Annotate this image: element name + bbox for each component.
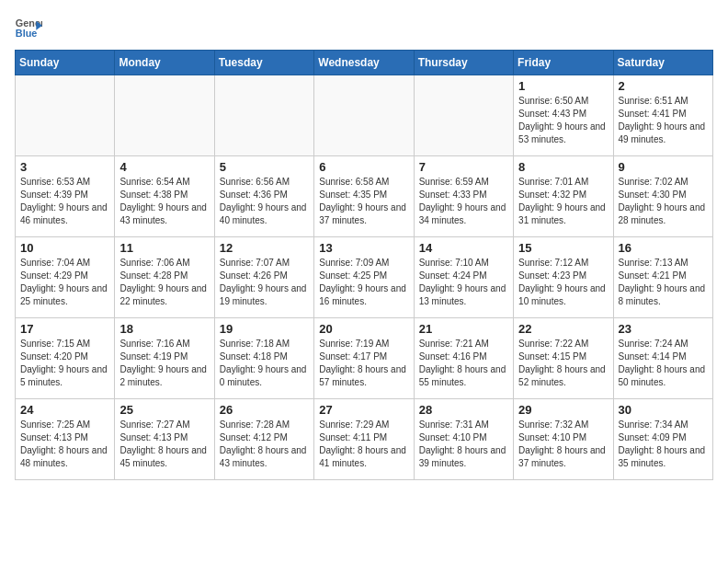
day-info: Sunrise: 7:25 AMSunset: 4:13 PMDaylight:… — [20, 419, 109, 470]
day-info: Sunrise: 7:07 AMSunset: 4:26 PMDaylight:… — [220, 257, 309, 308]
day-info: Sunrise: 7:31 AMSunset: 4:10 PMDaylight:… — [419, 419, 508, 470]
day-info: Sunrise: 7:15 AMSunset: 4:20 PMDaylight:… — [20, 338, 109, 389]
day-number: 20 — [319, 322, 408, 336]
day-cell: 17Sunrise: 7:15 AMSunset: 4:20 PMDayligh… — [16, 318, 115, 399]
week-row-1: 3Sunrise: 6:53 AMSunset: 4:39 PMDaylight… — [16, 156, 713, 237]
day-info: Sunrise: 7:09 AMSunset: 4:25 PMDaylight:… — [319, 257, 408, 308]
day-cell: 16Sunrise: 7:13 AMSunset: 4:21 PMDayligh… — [613, 237, 712, 318]
day-number: 12 — [220, 241, 309, 255]
day-number: 16 — [619, 241, 708, 255]
day-info: Sunrise: 7:24 AMSunset: 4:14 PMDaylight:… — [619, 338, 708, 389]
day-cell: 14Sunrise: 7:10 AMSunset: 4:24 PMDayligh… — [414, 237, 513, 318]
week-row-2: 10Sunrise: 7:04 AMSunset: 4:29 PMDayligh… — [16, 237, 713, 318]
logo: General Blue — [15, 15, 42, 42]
day-cell: 4Sunrise: 6:54 AMSunset: 4:38 PMDaylight… — [115, 156, 214, 237]
day-cell: 5Sunrise: 6:56 AMSunset: 4:36 PMDaylight… — [214, 156, 313, 237]
day-cell: 27Sunrise: 7:29 AMSunset: 4:11 PMDayligh… — [314, 399, 414, 480]
day-info: Sunrise: 7:16 AMSunset: 4:19 PMDaylight:… — [119, 338, 209, 389]
day-info: Sunrise: 6:59 AMSunset: 4:33 PMDaylight:… — [419, 176, 508, 227]
day-number: 30 — [619, 403, 708, 417]
day-number: 29 — [518, 403, 608, 417]
day-number: 15 — [518, 241, 608, 255]
day-cell: 3Sunrise: 6:53 AMSunset: 4:39 PMDaylight… — [16, 156, 115, 237]
day-cell: 10Sunrise: 7:04 AMSunset: 4:29 PMDayligh… — [16, 237, 115, 318]
day-cell: 23Sunrise: 7:24 AMSunset: 4:14 PMDayligh… — [613, 318, 712, 399]
day-number: 18 — [119, 322, 209, 336]
day-info: Sunrise: 7:34 AMSunset: 4:09 PMDaylight:… — [619, 419, 708, 470]
day-cell — [16, 75, 115, 156]
day-info: Sunrise: 7:28 AMSunset: 4:12 PMDaylight:… — [220, 419, 309, 470]
day-info: Sunrise: 6:56 AMSunset: 4:36 PMDaylight:… — [220, 176, 309, 227]
day-info: Sunrise: 7:02 AMSunset: 4:30 PMDaylight:… — [619, 176, 708, 227]
day-cell: 19Sunrise: 7:18 AMSunset: 4:18 PMDayligh… — [214, 318, 313, 399]
day-cell: 30Sunrise: 7:34 AMSunset: 4:09 PMDayligh… — [613, 399, 712, 480]
day-info: Sunrise: 7:32 AMSunset: 4:10 PMDaylight:… — [518, 419, 608, 470]
day-number: 5 — [220, 160, 309, 174]
day-info: Sunrise: 7:10 AMSunset: 4:24 PMDaylight:… — [419, 257, 508, 308]
day-cell: 25Sunrise: 7:27 AMSunset: 4:13 PMDayligh… — [115, 399, 214, 480]
day-number: 24 — [20, 403, 109, 417]
day-number: 10 — [20, 241, 109, 255]
header-day-thursday: Thursday — [414, 51, 513, 75]
day-cell — [214, 75, 313, 156]
day-number: 7 — [419, 160, 508, 174]
day-info: Sunrise: 7:04 AMSunset: 4:29 PMDaylight:… — [20, 257, 109, 308]
header-day-saturday: Saturday — [613, 51, 712, 75]
header-day-friday: Friday — [514, 51, 613, 75]
day-cell: 12Sunrise: 7:07 AMSunset: 4:26 PMDayligh… — [214, 237, 313, 318]
day-number: 23 — [619, 322, 708, 336]
day-cell — [115, 75, 214, 156]
day-info: Sunrise: 6:51 AMSunset: 4:41 PMDaylight:… — [619, 95, 708, 146]
day-number: 3 — [20, 160, 109, 174]
day-cell: 24Sunrise: 7:25 AMSunset: 4:13 PMDayligh… — [16, 399, 115, 480]
calendar-table: SundayMondayTuesdayWednesdayThursdayFrid… — [15, 50, 713, 480]
day-cell: 22Sunrise: 7:22 AMSunset: 4:15 PMDayligh… — [514, 318, 613, 399]
logo-icon: General Blue — [15, 15, 42, 42]
day-cell: 7Sunrise: 6:59 AMSunset: 4:33 PMDaylight… — [414, 156, 513, 237]
day-number: 26 — [220, 403, 309, 417]
week-row-4: 24Sunrise: 7:25 AMSunset: 4:13 PMDayligh… — [16, 399, 713, 480]
day-cell: 15Sunrise: 7:12 AMSunset: 4:23 PMDayligh… — [514, 237, 613, 318]
header-day-tuesday: Tuesday — [214, 51, 313, 75]
day-info: Sunrise: 6:58 AMSunset: 4:35 PMDaylight:… — [319, 176, 408, 227]
day-cell: 11Sunrise: 7:06 AMSunset: 4:28 PMDayligh… — [115, 237, 214, 318]
header-day-wednesday: Wednesday — [314, 51, 414, 75]
day-info: Sunrise: 7:13 AMSunset: 4:21 PMDaylight:… — [619, 257, 708, 308]
day-cell: 20Sunrise: 7:19 AMSunset: 4:17 PMDayligh… — [314, 318, 414, 399]
header-day-monday: Monday — [115, 51, 214, 75]
header-day-sunday: Sunday — [16, 51, 115, 75]
day-number: 28 — [419, 403, 508, 417]
day-cell: 26Sunrise: 7:28 AMSunset: 4:12 PMDayligh… — [214, 399, 313, 480]
svg-text:Blue: Blue — [16, 28, 37, 39]
day-cell: 13Sunrise: 7:09 AMSunset: 4:25 PMDayligh… — [314, 237, 414, 318]
day-info: Sunrise: 6:50 AMSunset: 4:43 PMDaylight:… — [518, 95, 608, 146]
day-info: Sunrise: 7:01 AMSunset: 4:32 PMDaylight:… — [518, 176, 608, 227]
day-info: Sunrise: 6:53 AMSunset: 4:39 PMDaylight:… — [20, 176, 109, 227]
day-info: Sunrise: 7:22 AMSunset: 4:15 PMDaylight:… — [518, 338, 608, 389]
day-number: 9 — [619, 160, 708, 174]
day-cell: 6Sunrise: 6:58 AMSunset: 4:35 PMDaylight… — [314, 156, 414, 237]
day-info: Sunrise: 7:19 AMSunset: 4:17 PMDaylight:… — [319, 338, 408, 389]
day-info: Sunrise: 6:54 AMSunset: 4:38 PMDaylight:… — [119, 176, 209, 227]
day-number: 19 — [220, 322, 309, 336]
day-number: 2 — [619, 79, 708, 93]
day-number: 4 — [119, 160, 209, 174]
day-cell: 29Sunrise: 7:32 AMSunset: 4:10 PMDayligh… — [514, 399, 613, 480]
day-cell: 28Sunrise: 7:31 AMSunset: 4:10 PMDayligh… — [414, 399, 513, 480]
day-info: Sunrise: 7:27 AMSunset: 4:13 PMDaylight:… — [119, 419, 209, 470]
day-number: 27 — [319, 403, 408, 417]
day-cell: 18Sunrise: 7:16 AMSunset: 4:19 PMDayligh… — [115, 318, 214, 399]
day-cell: 9Sunrise: 7:02 AMSunset: 4:30 PMDaylight… — [613, 156, 712, 237]
day-number: 14 — [419, 241, 508, 255]
day-number: 13 — [319, 241, 408, 255]
day-info: Sunrise: 7:12 AMSunset: 4:23 PMDaylight:… — [518, 257, 608, 308]
day-info: Sunrise: 7:06 AMSunset: 4:28 PMDaylight:… — [119, 257, 209, 308]
day-cell: 21Sunrise: 7:21 AMSunset: 4:16 PMDayligh… — [414, 318, 513, 399]
week-row-0: 1Sunrise: 6:50 AMSunset: 4:43 PMDaylight… — [16, 75, 713, 156]
day-info: Sunrise: 7:21 AMSunset: 4:16 PMDaylight:… — [419, 338, 508, 389]
day-number: 17 — [20, 322, 109, 336]
day-cell: 8Sunrise: 7:01 AMSunset: 4:32 PMDaylight… — [514, 156, 613, 237]
day-number: 21 — [419, 322, 508, 336]
day-cell: 1Sunrise: 6:50 AMSunset: 4:43 PMDaylight… — [514, 75, 613, 156]
day-number: 8 — [518, 160, 608, 174]
